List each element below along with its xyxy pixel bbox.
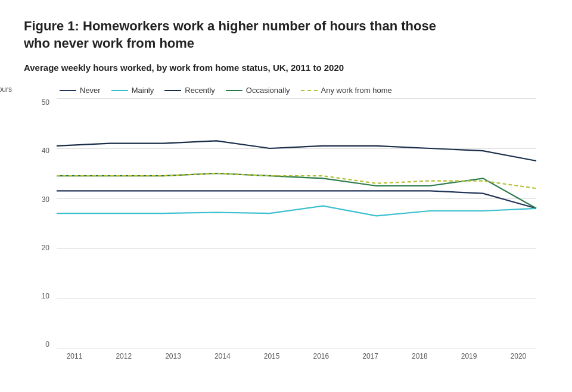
y-axis-label: 30 <box>27 195 49 204</box>
chart-line <box>57 141 536 161</box>
legend-line <box>301 90 318 91</box>
x-axis-label: 2011 <box>57 352 92 360</box>
y-axis-label: 40 <box>27 147 49 155</box>
y-axis-label: 50 <box>27 98 49 107</box>
chart-line <box>57 173 536 188</box>
chart-area: 01020304050 <box>57 98 536 349</box>
x-axis-label: 2015 <box>254 352 290 360</box>
x-axis-label: 2016 <box>303 352 339 360</box>
chart-legend: NeverMainlyRecentlyOccasionallyAny work … <box>24 86 548 95</box>
legend-item-any-work-from-home: Any work from home <box>301 86 392 95</box>
y-axis-labels: 01020304050 <box>27 98 49 349</box>
chart-svg <box>57 98 536 349</box>
legend-label: Occasionally <box>246 86 290 95</box>
legend-line <box>111 90 128 91</box>
x-axis-label: 2014 <box>204 352 240 360</box>
chart-line <box>57 206 536 216</box>
x-axis-label: 2020 <box>500 352 536 360</box>
legend-line <box>164 90 181 91</box>
page-title: Figure 1: Homeworkers work a higher numb… <box>24 18 441 52</box>
legend-item-never: Never <box>60 86 101 95</box>
legend-item-recently: Recently <box>164 86 215 95</box>
legend-label: Mainly <box>132 86 154 95</box>
legend-line <box>60 90 76 91</box>
x-axis-label: 2012 <box>106 352 142 360</box>
x-axis-label: 2019 <box>451 352 487 360</box>
grid-line <box>57 349 536 349</box>
y-axis-label: 20 <box>27 244 49 252</box>
y-axis-hours-label: hours <box>0 85 12 94</box>
x-axis-label: 2017 <box>353 352 388 360</box>
legend-label: Any work from home <box>321 86 392 95</box>
x-axis: 2011201220132014201520162017201820192020 <box>57 349 536 360</box>
legend-item-mainly: Mainly <box>111 86 154 95</box>
x-axis-label: 2013 <box>156 352 191 360</box>
subtitle: Average weekly hours worked, by work fro… <box>24 61 429 74</box>
legend-label: Never <box>80 86 101 95</box>
legend-label: Recently <box>185 86 215 95</box>
y-axis-label: 0 <box>27 340 49 349</box>
y-axis-label: 10 <box>27 292 49 300</box>
chart-line <box>57 191 536 209</box>
legend-line <box>226 90 243 91</box>
legend-item-occasionally: Occasionally <box>226 86 290 95</box>
x-axis-label: 2018 <box>402 352 437 360</box>
